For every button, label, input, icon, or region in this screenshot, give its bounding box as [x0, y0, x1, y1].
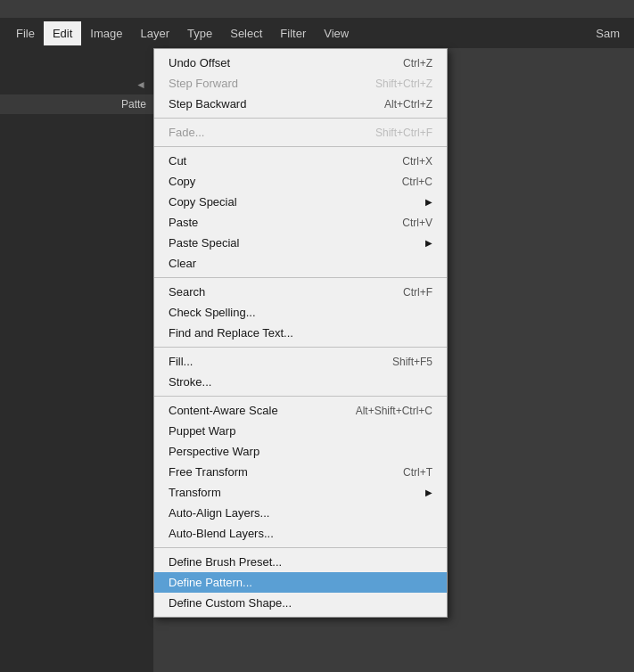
paste-special-arrow: ▶ [425, 238, 432, 248]
menubar-item-image[interactable]: Image [81, 21, 131, 45]
panel-patt-label: Patte [0, 94, 153, 114]
menu-item-paste-special[interactable]: Paste Special ▶ [154, 233, 447, 253]
menu-item-paste[interactable]: Paste Ctrl+V [154, 212, 447, 233]
menu-item-transform[interactable]: Transform ▶ [154, 482, 447, 503]
menu-item-copy-special[interactable]: Copy Special ▶ [154, 192, 447, 212]
menubar-item-view[interactable]: View [315, 21, 358, 45]
menu-item-copy[interactable]: Copy Ctrl+C [154, 171, 447, 192]
separator-5 [154, 396, 447, 397]
menubar-item-edit[interactable]: Edit [44, 21, 81, 45]
sam-label: Sam [589, 27, 627, 40]
menu-item-perspective-warp[interactable]: Perspective Warp [154, 441, 447, 462]
copy-special-arrow: ▶ [425, 197, 432, 207]
menu-item-define-brush-preset[interactable]: Define Brush Preset... [154, 552, 447, 572]
menu-item-fade: Fade... Shift+Ctrl+F [154, 122, 447, 143]
menu-item-check-spelling[interactable]: Check Spelling... [154, 302, 447, 323]
menu-item-find-replace[interactable]: Find and Replace Text... [154, 323, 447, 343]
separator-1 [154, 118, 447, 119]
menu-item-puppet-warp[interactable]: Puppet Warp [154, 421, 447, 441]
menu-item-content-aware-scale[interactable]: Content-Aware Scale Alt+Shift+Ctrl+C [154, 400, 447, 421]
menubar-item-file[interactable]: File [7, 21, 44, 45]
menu-item-clear[interactable]: Clear [154, 253, 447, 274]
menu-item-fill[interactable]: Fill... Shift+F5 [154, 351, 447, 372]
menu-item-free-transform[interactable]: Free Transform Ctrl+T [154, 462, 447, 482]
separator-2 [154, 146, 447, 147]
edit-dropdown-menu: Undo Offset Ctrl+Z Step Forward Shift+Ct… [153, 48, 448, 618]
menu-item-define-pattern[interactable]: Define Pattern... [154, 572, 447, 593]
transform-arrow: ▶ [425, 488, 432, 497]
menu-item-cut[interactable]: Cut Ctrl+X [154, 151, 447, 171]
separator-4 [154, 347, 447, 348]
separator-6 [154, 547, 447, 548]
menu-item-undo-offset[interactable]: Undo Offset Ctrl+Z [154, 53, 447, 73]
menubar-item-layer[interactable]: Layer [132, 21, 179, 45]
menu-item-define-custom-shape[interactable]: Define Custom Shape... [154, 593, 447, 613]
menu-item-stroke[interactable]: Stroke... [154, 372, 447, 392]
menu-item-auto-blend-layers[interactable]: Auto-Blend Layers... [154, 523, 447, 544]
separator-3 [154, 277, 447, 278]
left-panel: ◄ Patte [0, 48, 153, 672]
menu-item-step-forward: Step Forward Shift+Ctrl+Z [154, 73, 447, 94]
menu-item-auto-align-layers[interactable]: Auto-Align Layers... [154, 503, 447, 523]
menubar: File Edit Image Layer Type Select Filter… [0, 18, 634, 48]
menubar-item-select[interactable]: Select [221, 21, 271, 45]
menu-item-search[interactable]: Search Ctrl+F [154, 282, 447, 302]
menubar-item-filter[interactable]: Filter [271, 21, 315, 45]
menubar-item-type[interactable]: Type [178, 21, 221, 45]
menu-item-step-backward[interactable]: Step Backward Alt+Ctrl+Z [154, 94, 447, 114]
panel-collapse-arrow[interactable]: ◄ [128, 75, 153, 94]
